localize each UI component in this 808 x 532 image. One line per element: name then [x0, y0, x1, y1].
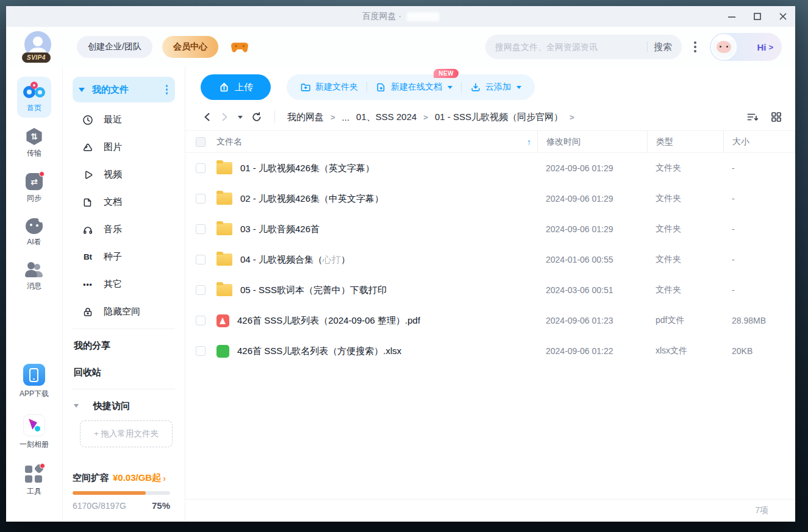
column-header-size[interactable]: 大小: [723, 131, 795, 152]
storage-expand-link[interactable]: 空间扩容 ¥0.03/GB起 ›: [73, 472, 175, 484]
sidebar-item-pictures[interactable]: 图片: [73, 133, 175, 161]
sync-icon: ⇄: [26, 173, 43, 190]
sidebar-item-quick-access[interactable]: 快捷访问: [73, 392, 175, 419]
sidebar-item-recent[interactable]: 最近: [73, 106, 175, 133]
sidebar-item-hidden-space[interactable]: 隐藏空间: [73, 298, 175, 325]
transfer-icon: ⇅: [26, 128, 43, 145]
sidebar-item-recycle-bin[interactable]: 回收站: [73, 359, 175, 386]
play-icon: [82, 169, 93, 180]
file-type-icon: [216, 314, 229, 327]
row-checkbox[interactable]: [196, 255, 206, 264]
breadcrumb-current[interactable]: 01 - SSS儿歌视频（同步官网）: [435, 112, 563, 123]
sort-icon[interactable]: [746, 112, 759, 122]
column-header-modified[interactable]: 修改时间: [537, 131, 647, 152]
search-input[interactable]: [495, 42, 641, 52]
titlebar[interactable]: 百度网盘 ·: [6, 6, 795, 27]
column-header-type[interactable]: 类型: [647, 131, 723, 152]
sidebar-item-my-shares[interactable]: 我的分享: [73, 332, 175, 359]
table-row[interactable]: 01 - 儿歌视频426集（英文字幕） 2024-09-06 01:29 文件夹…: [185, 153, 795, 183]
search-button[interactable]: 搜索: [654, 41, 672, 53]
row-checkbox[interactable]: [196, 316, 206, 325]
storage-panel: 空间扩容 ¥0.03/GB起 › 6170G/8197G 75%: [73, 472, 175, 511]
table-row[interactable]: 03 - 儿歌音频426首 2024-09-06 01:29 文件夹 -: [185, 214, 795, 244]
rail-item-home[interactable]: 首页: [17, 77, 51, 118]
breadcrumb-root[interactable]: 我的网盘: [287, 112, 324, 123]
file-modified-time: 2024-01-06 00:55: [537, 255, 647, 264]
sort-asc-icon[interactable]: ↑: [527, 137, 531, 147]
file-size: -: [723, 224, 795, 234]
lock-icon: [82, 307, 93, 317]
file-modified-time: 2024-03-06 00:51: [537, 285, 647, 295]
document-icon: [82, 197, 93, 208]
select-all-checkbox[interactable]: [196, 137, 206, 147]
sidebar-item-videos[interactable]: 视频: [73, 161, 175, 188]
rail-item-transfer[interactable]: ⇅ 传输: [20, 123, 49, 163]
vip-center-button[interactable]: 会员中心: [162, 36, 218, 58]
rail-item-ai-view[interactable]: AI看: [20, 213, 49, 252]
row-checkbox[interactable]: [196, 285, 206, 295]
close-button[interactable]: [778, 12, 788, 21]
sidebar-item-others[interactable]: ••• 其它: [73, 271, 175, 298]
row-checkbox[interactable]: [196, 194, 206, 204]
sidebar-item-music[interactable]: 音乐: [73, 216, 175, 243]
rail-item-photo-album[interactable]: 一刻相册: [13, 410, 55, 454]
sidebar-item-torrents[interactable]: Bt 种子: [73, 243, 175, 271]
row-checkbox[interactable]: [196, 346, 206, 356]
photo-album-icon: [23, 414, 45, 436]
file-name[interactable]: 05 - SSS歌词本（完善中）下载打印: [240, 285, 387, 296]
refresh-button[interactable]: [251, 112, 262, 122]
new-folder-button[interactable]: 新建文件夹: [291, 74, 366, 100]
breadcrumb-ellipsis[interactable]: ...: [342, 112, 350, 122]
file-name[interactable]: 01 - 儿歌视频426集（英文字幕）: [240, 163, 374, 174]
game-icon[interactable]: [231, 40, 249, 54]
file-name[interactable]: 426首 SSS儿歌列表（2024-09-06 整理）.pdf: [237, 315, 420, 327]
sidebar-item-my-files[interactable]: 我的文件: [73, 77, 175, 102]
history-dropdown-icon[interactable]: [238, 116, 243, 119]
file-name[interactable]: 03 - 儿歌音频426首: [240, 224, 320, 235]
rail-item-messages[interactable]: 消息: [19, 257, 49, 296]
file-name[interactable]: 426首 SSS儿歌名列表（方便搜索）.xlsx: [237, 346, 401, 357]
back-button[interactable]: [202, 112, 212, 122]
rail-item-tools[interactable]: 工具: [13, 460, 55, 501]
toolbar: 上传 新建文件夹 NEW: [185, 67, 795, 100]
file-modified-time: 2024-09-06 01:29: [537, 194, 647, 204]
user-profile-button[interactable]: Hi>: [710, 33, 782, 61]
sidebar-item-documents[interactable]: 文档: [73, 188, 175, 216]
cloud-add-button[interactable]: 云添加: [462, 74, 530, 100]
table-row[interactable]: 05 - SSS歌词本（完善中）下载打印 2024-03-06 00:51 文件…: [185, 275, 795, 305]
grid-view-icon[interactable]: [771, 112, 782, 122]
user-greeting: Hi>: [757, 42, 773, 52]
svip-badge: SVIP4: [22, 52, 51, 63]
breadcrumb-parent[interactable]: 01、SSS 2024: [356, 112, 417, 123]
maximize-button[interactable]: [753, 12, 762, 21]
user-logo[interactable]: SVIP4: [24, 31, 54, 63]
storage-progress: [73, 491, 170, 495]
rail-item-sync[interactable]: ⇄ 同步: [20, 168, 49, 208]
file-modified-time: 2024-09-06 01:23: [537, 316, 647, 325]
drop-folder-zone[interactable]: + 拖入常用文件夹: [80, 420, 173, 447]
caret-down-icon: [517, 86, 521, 89]
row-checkbox[interactable]: [196, 163, 206, 173]
file-name[interactable]: 04 - 儿歌视频合集（心打）: [240, 254, 350, 266]
more-menu-icon[interactable]: [694, 41, 696, 52]
column-header-name[interactable]: 文件名: [216, 137, 242, 147]
table-row[interactable]: 02 - 儿歌视频426集（中英文字幕） 2024-09-06 01:29 文件…: [185, 183, 795, 214]
caret-down-icon: [74, 404, 79, 408]
upload-button[interactable]: 上传: [201, 74, 271, 100]
minimize-button[interactable]: [727, 12, 737, 21]
app-window: 百度网盘 · SVIP4 创建企业/团队 会员中心 搜索: [6, 6, 795, 522]
file-type-icon: [216, 345, 229, 358]
my-files-menu-icon[interactable]: [166, 85, 168, 94]
rail-item-app-download[interactable]: APP下载: [13, 359, 55, 403]
new-online-doc-button[interactable]: NEW 新建在线文档: [367, 74, 461, 100]
table-row[interactable]: 04 - 儿歌视频合集（心打） 2024-01-06 00:55 文件夹 -: [185, 244, 795, 275]
ellipsis-icon: •••: [82, 279, 93, 290]
create-team-button[interactable]: 创建企业/团队: [77, 36, 152, 58]
table-row[interactable]: 426首 SSS儿歌名列表（方便搜索）.xlsx 2024-09-06 01:2…: [185, 336, 795, 366]
picture-icon: [82, 142, 93, 153]
row-checkbox[interactable]: [196, 224, 206, 234]
forward-button[interactable]: [220, 112, 229, 122]
table-row[interactable]: 426首 SSS儿歌列表（2024-09-06 整理）.pdf 2024-09-…: [185, 305, 795, 336]
file-name[interactable]: 02 - 儿歌视频426集（中英文字幕）: [240, 193, 384, 205]
storage-percent: 75%: [152, 500, 170, 511]
